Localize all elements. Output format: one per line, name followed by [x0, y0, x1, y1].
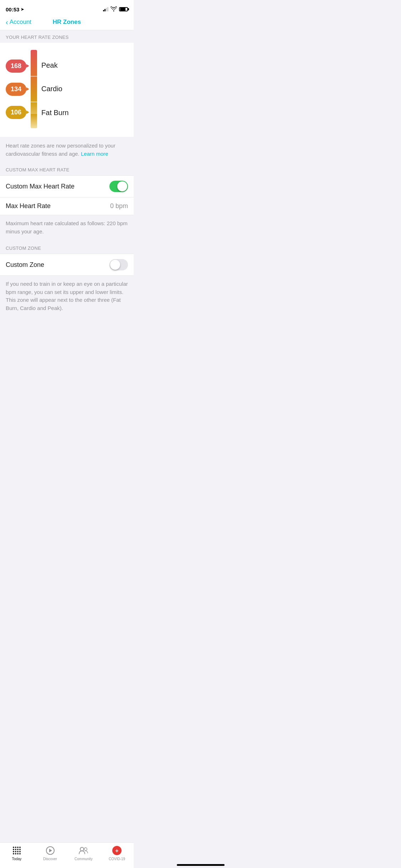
- status-icons: [103, 6, 128, 12]
- custom-max-hr-label: Custom Max Heart Rate: [6, 183, 74, 190]
- custom-zone-row: Custom Zone: [0, 254, 134, 275]
- status-bar: 00:53 ➤: [0, 0, 134, 16]
- max-hr-label: Max Heart Rate: [6, 202, 51, 210]
- max-hr-value: 0 bpm: [110, 202, 128, 210]
- learn-more-link[interactable]: Learn more: [81, 151, 108, 157]
- custom-zone-description: If you need to train in or keep an eye o…: [0, 276, 134, 318]
- cardio-value: 134: [11, 86, 21, 93]
- cardio-label: Cardio: [41, 85, 69, 93]
- fatburn-label: Fat Burn: [41, 109, 69, 117]
- hr-zones-info: Heart rate zones are now personalized to…: [0, 137, 134, 163]
- badges-column: 168 134 106: [6, 60, 26, 119]
- gradient-bar: [31, 50, 37, 128]
- wifi-icon: [110, 6, 117, 12]
- peak-value: 168: [11, 62, 21, 70]
- custom-zone-toggle[interactable]: [109, 259, 128, 270]
- max-hr-row[interactable]: Max Heart Rate 0 bpm: [0, 197, 134, 215]
- custom-zone-label: Custom Zone: [6, 261, 44, 269]
- fatburn-badge: 106: [6, 106, 26, 119]
- custom-max-hr-row: Custom Max Heart Rate: [0, 176, 134, 197]
- location-icon: ➤: [21, 7, 24, 12]
- hr-zones-visualization: 168 134 106 Peak Cardio Fat: [0, 43, 134, 137]
- peak-badge: 168: [6, 60, 26, 73]
- fatburn-value: 106: [11, 109, 21, 116]
- custom-max-hr-section-header: CUSTOM MAX HEART RATE: [0, 163, 134, 175]
- back-label: Account: [10, 19, 31, 26]
- custom-zone-section-header: CUSTOM ZONE: [0, 241, 134, 254]
- signal-icon: [103, 7, 108, 11]
- custom-max-hr-toggle[interactable]: [109, 181, 128, 192]
- custom-zone-settings: Custom Zone: [0, 254, 134, 276]
- zone-labels: Peak Cardio Fat Burn: [41, 50, 69, 128]
- status-time: 00:53 ➤: [6, 6, 24, 12]
- battery-icon: [119, 7, 128, 11]
- custom-max-hr-settings: Custom Max Heart Rate Max Heart Rate 0 b…: [0, 175, 134, 215]
- page-title: HR Zones: [36, 19, 98, 26]
- back-chevron-icon: ‹: [6, 19, 8, 26]
- peak-label: Peak: [41, 61, 69, 69]
- max-hr-description: Maximum heart rate calculated as follows…: [0, 215, 134, 241]
- zones-visual: 168 134 106 Peak Cardio Fat: [6, 50, 128, 128]
- cardio-badge: 134: [6, 83, 26, 96]
- nav-header: ‹ Account HR Zones: [0, 16, 134, 30]
- back-button[interactable]: ‹ Account: [6, 19, 36, 26]
- hr-zones-section-header: YOUR HEART RATE ZONES: [0, 30, 134, 43]
